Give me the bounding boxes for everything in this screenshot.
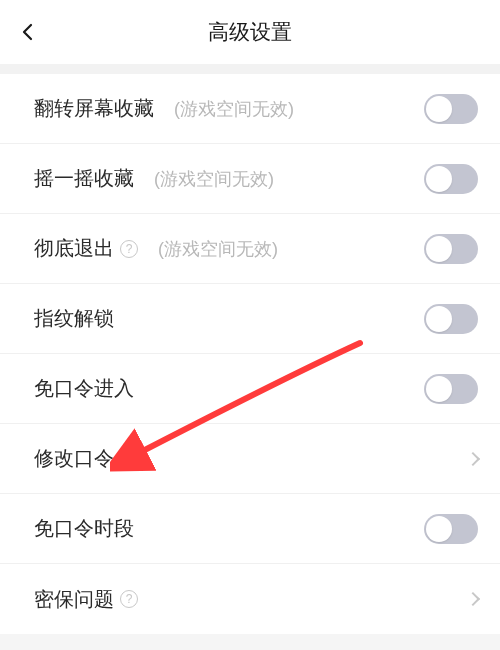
row-no-password-period: 免口令时段 (0, 494, 500, 564)
row-security-question[interactable]: 密保问题 ? (0, 564, 500, 634)
toggle-knob (426, 236, 452, 262)
help-icon[interactable]: ? (120, 240, 138, 258)
toggle-knob (426, 166, 452, 192)
page-title: 高级设置 (208, 18, 292, 46)
chevron-right-icon (466, 592, 480, 606)
row-hint: (游戏空间无效) (154, 167, 274, 191)
help-icon[interactable]: ? (120, 590, 138, 608)
row-title: 密保问题 (34, 586, 114, 613)
section-gap (0, 64, 500, 74)
back-button[interactable] (16, 20, 40, 44)
row-fingerprint-unlock: 指纹解锁 (0, 284, 500, 354)
settings-list: 翻转屏幕收藏 (游戏空间无效) 摇一摇收藏 (游戏空间无效) 彻底退出 ? (游… (0, 74, 500, 634)
row-title: 摇一摇收藏 (34, 165, 134, 192)
row-full-exit: 彻底退出 ? (游戏空间无效) (0, 214, 500, 284)
row-title: 修改口令 (34, 445, 114, 472)
flip-screen-toggle[interactable] (424, 94, 478, 124)
toggle-knob (426, 96, 452, 122)
row-title: 指纹解锁 (34, 305, 114, 332)
row-flip-screen-favorite: 翻转屏幕收藏 (游戏空间无效) (0, 74, 500, 144)
row-shake-favorite: 摇一摇收藏 (游戏空间无效) (0, 144, 500, 214)
row-hint: (游戏空间无效) (174, 97, 294, 121)
row-hint: (游戏空间无效) (158, 237, 278, 261)
toggle-knob (426, 306, 452, 332)
row-change-password[interactable]: 修改口令 (0, 424, 500, 494)
fingerprint-toggle[interactable] (424, 304, 478, 334)
row-title: 翻转屏幕收藏 (34, 95, 154, 122)
row-title: 彻底退出 (34, 235, 114, 262)
row-title: 免口令进入 (34, 375, 134, 402)
shake-toggle[interactable] (424, 164, 478, 194)
no-password-period-toggle[interactable] (424, 514, 478, 544)
row-no-password-enter: 免口令进入 (0, 354, 500, 424)
no-password-enter-toggle[interactable] (424, 374, 478, 404)
row-title: 免口令时段 (34, 515, 134, 542)
toggle-knob (426, 516, 452, 542)
chevron-left-icon (19, 23, 37, 41)
toggle-knob (426, 376, 452, 402)
chevron-right-icon (466, 451, 480, 465)
header: 高级设置 (0, 0, 500, 64)
full-exit-toggle[interactable] (424, 234, 478, 264)
